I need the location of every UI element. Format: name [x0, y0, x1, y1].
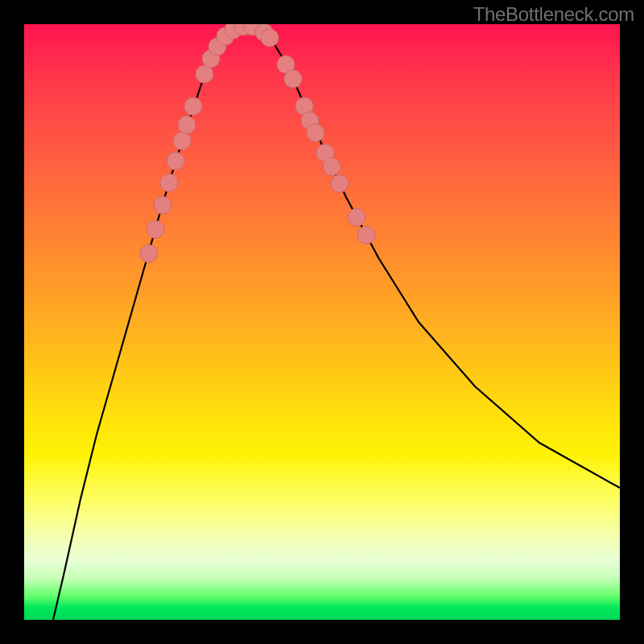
curve-marker	[160, 174, 178, 192]
curve-marker	[154, 196, 171, 214]
curve-marker	[167, 152, 184, 170]
plot-area	[24, 24, 620, 620]
curve-marker	[147, 221, 164, 238]
curve-marker	[173, 132, 191, 150]
curve-marker	[307, 124, 324, 142]
chart-container: TheBottleneck.com	[0, 0, 644, 644]
attribution-text: TheBottleneck.com	[473, 3, 634, 26]
curve-marker	[184, 97, 202, 115]
curve-marker	[331, 175, 349, 192]
plot-svg	[24, 24, 620, 620]
curve-marker	[323, 158, 341, 175]
curve-marker	[140, 245, 158, 262]
curve-marker	[178, 116, 196, 134]
curve-markers	[140, 24, 375, 262]
curve-marker	[261, 29, 279, 47]
curve-marker	[357, 226, 375, 244]
curve-marker	[348, 208, 365, 226]
curve-marker	[284, 70, 302, 88]
bottleneck-curve	[53, 26, 620, 620]
